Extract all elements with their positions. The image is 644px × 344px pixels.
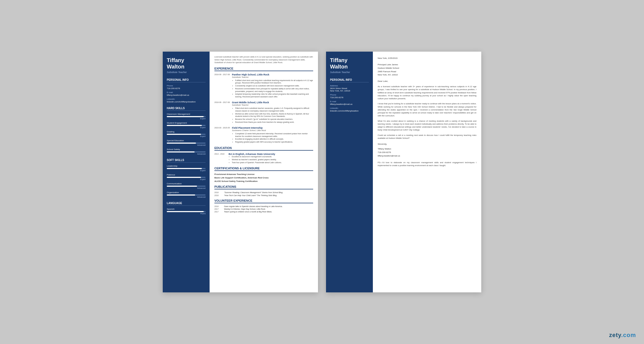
volunteer-list: 2016 Gave regular talks to Spanish class… — [214, 205, 313, 213]
cover-paragraph: I know that you're looking for a substit… — [378, 102, 476, 117]
exp-bullet: Filled short-term substitute teacher vac… — [235, 107, 313, 112]
pub-year: 2016 — [214, 192, 222, 193]
soft-skill-item: Organization Advanced — [167, 191, 206, 198]
skill-name: Patience — [167, 174, 206, 176]
cover-phone-label: Phone — [330, 94, 369, 96]
skill-bar-bg — [167, 116, 206, 117]
pub-text: "Summer Reading: Classroom Management" S… — [224, 192, 283, 193]
linkedin-value: linkedin.com/in/tiffanycbwalton — [167, 101, 206, 103]
skill-level: Advanced — [167, 153, 206, 155]
skill-bar-fill — [167, 134, 201, 135]
skill-bar-fill — [167, 125, 202, 126]
skill-bar-fill — [167, 151, 195, 152]
skill-bar-fill — [167, 194, 195, 196]
exp-bullet: Became the school's "go-to" substitute f… — [235, 118, 313, 121]
edu-date: 2013 - 2016 — [214, 153, 226, 164]
certification-item: ALICE School Safety Training Certificati… — [214, 180, 313, 182]
language-name: Spanish — [167, 208, 206, 210]
exp-date: 2016-09 - 2017-06 — [214, 73, 230, 99]
cover-paragraphs: As a licensed substitute teacher with 3+… — [378, 85, 476, 140]
language-heading: Language — [167, 202, 206, 206]
hard-skills-list: Classroom Management Expert Student Enga… — [167, 113, 206, 155]
zety-watermark: zety.com — [609, 332, 636, 339]
cover-phone-value: 718-200-8276 — [330, 96, 369, 99]
skill-bar-fill — [167, 177, 201, 178]
vol-text: Teach cycling to children once a month a… — [224, 211, 272, 213]
linkedin-label: LinkedIn — [167, 98, 206, 100]
skill-level: Expert — [167, 170, 206, 171]
exp-role: Substitute Teacher — [232, 76, 313, 78]
skill-bar-bg — [167, 194, 206, 196]
cover-address1: 3624 Shinn Street — [330, 87, 369, 90]
cover-linkedin-label: LinkedIn — [330, 107, 369, 109]
cover-main: New York, 2/25/2019 Principal Luke James… — [373, 52, 481, 292]
hard-skill-item: Student Engagement Expert — [167, 122, 206, 128]
cover-salutation: Dear Luke, — [378, 80, 476, 82]
skill-bar-fill — [167, 186, 197, 187]
education-heading: Education — [214, 146, 313, 151]
skill-level: Expert — [167, 135, 206, 137]
cover-paragraph: What I'm also excited about in subbing i… — [378, 120, 476, 132]
volunteer-item: 2016 Gave regular talks to Spanish class… — [214, 205, 313, 207]
cover-letter-document: Tiffany Walton Substitute Teacher Person… — [326, 52, 481, 292]
cover-signature: Tiffany Walton 718-200-8276 tiffany.bwal… — [378, 147, 476, 158]
skill-bar-bg — [167, 125, 206, 126]
skill-name: Special Education — [167, 139, 206, 142]
skill-level: Advanced — [167, 187, 206, 189]
cover-date: New York, 2/25/2019 — [378, 57, 476, 59]
skill-level: Advanced — [167, 144, 206, 146]
hard-skills-heading: Hard Skills — [167, 107, 206, 111]
resume-summary: Licensed substitute teacher with proven … — [214, 56, 313, 64]
certification-item: Provisional Arkansas Teaching License — [214, 173, 313, 175]
hard-skill-item: Grading Expert — [167, 131, 206, 137]
exp-bullet: Received commendation from principal for… — [235, 87, 313, 93]
edu-bullet: Worked as teacher's assistant, graded pa… — [232, 158, 313, 161]
vol-year: 2017 — [214, 211, 222, 213]
exp-bullet: Excelled at engaging student attention i… — [235, 138, 313, 140]
resume-title: Substitute Teacher — [167, 71, 206, 74]
skill-bar-bg — [167, 211, 206, 212]
volunteer-heading: Volunteer Experience — [214, 199, 313, 203]
sig-name: Tiffany Walton — [378, 147, 476, 151]
certification-item: Basic Life Support Certification, Americ… — [214, 177, 313, 179]
skill-level: Expert — [167, 127, 206, 128]
hard-skill-item: Classroom Management Expert — [167, 113, 206, 120]
exp-company-sub: Sunbeams Charter School, Little Rock — [232, 129, 313, 132]
recipient-name: Principal Luke James — [378, 63, 476, 67]
education-list: 2013 - 2016 BA in English, Arkansas Stat… — [214, 153, 313, 164]
vol-text: Gave regular talks to Spanish classes ab… — [224, 205, 283, 207]
exp-role: Substitute Teacher — [232, 104, 313, 106]
personal-info-heading: Personal Info — [167, 78, 206, 82]
exp-bullets: Fulfilled short-term and long-term subst… — [232, 79, 313, 98]
cover-personal-info-heading: Personal Info — [330, 78, 369, 82]
cover-name: Tiffany Walton — [330, 57, 369, 70]
skill-name: Leadership — [167, 165, 206, 167]
resume-main: Licensed substitute teacher with proven … — [210, 52, 318, 292]
pub-year: 2016 — [214, 194, 222, 196]
cover-address-label: Address — [330, 85, 369, 87]
exp-company: Field Placement Internship — [232, 127, 313, 129]
skill-bar-bg — [167, 151, 206, 152]
recipient-address1: 2965 Farnum Road — [378, 70, 476, 74]
recipient-address2: New York, NY, 10010 — [378, 73, 476, 77]
publication-item: 2016 "How Tech Can Help Your Child Learn… — [214, 194, 313, 196]
experience-heading: Experience — [214, 67, 313, 71]
exp-bullet: Completed 12-week field placement intern… — [235, 132, 313, 138]
certifications-heading: Certifications & Licensure — [214, 167, 313, 171]
experience-list: 2016-09 - 2017-06 Panther High School, L… — [214, 73, 313, 144]
exp-company: Panther High School, Little Rock — [232, 73, 313, 76]
email-value: tiffany.bwalton@mail.us — [167, 94, 206, 96]
skill-name: Student Engagement — [167, 122, 206, 124]
cover-email-value: tiffany.bwalton@mail.us — [330, 103, 369, 105]
exp-bullet: Worked as after-school tutor with four E… — [235, 113, 313, 118]
phone-label: Phone — [167, 85, 206, 87]
publication-item: 2016 "Summer Reading: Classroom Manageme… — [214, 192, 313, 193]
soft-skills-heading: Soft Skills — [167, 159, 206, 163]
exp-bullets: Filled short-term substitute teacher vac… — [232, 107, 313, 124]
edu-bullet: Took four years of Spanish. Passionate a… — [232, 161, 313, 164]
cover-ps: PS—I'd love to elaborate on my classroom… — [378, 161, 476, 167]
volunteer-item: 2017 Teach cycling to children once a mo… — [214, 211, 313, 213]
volunteer-item: 2017 Weekly K-8 Mentor, Hope Day School,… — [214, 208, 313, 210]
education-item: 2013 - 2016 BA in English, Arkansas Stat… — [214, 153, 313, 164]
skill-bar-bg — [167, 168, 206, 169]
